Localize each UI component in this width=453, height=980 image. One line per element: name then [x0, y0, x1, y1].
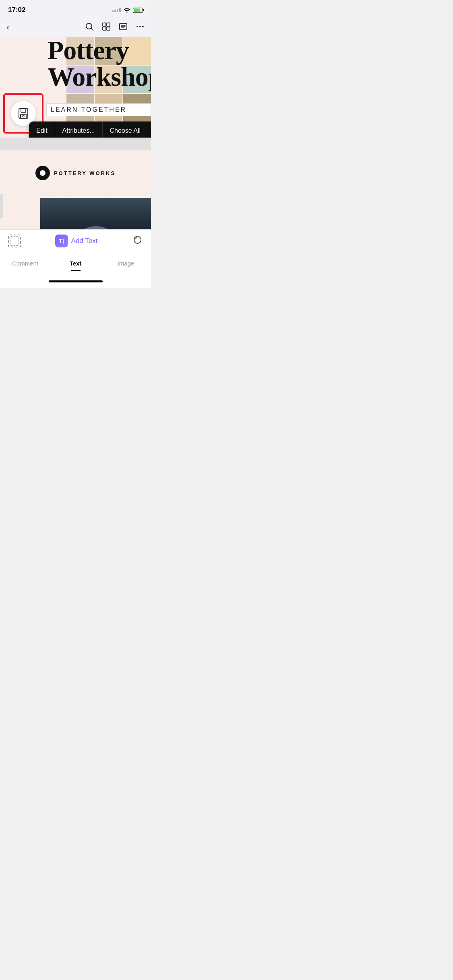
- tab-text-label: Text: [70, 260, 82, 267]
- pottery-works-title: POTTERY WORKS: [54, 170, 116, 176]
- tab-active-indicator: [71, 270, 81, 271]
- context-menu: Edit Attributes... Choose All ▶: [29, 121, 151, 138]
- context-menu-edit[interactable]: Edit: [29, 121, 55, 138]
- bottom-toolbar: T| Add Text Comment Text Image: [0, 229, 151, 288]
- svg-rect-17: [10, 237, 19, 245]
- svg-rect-15: [21, 114, 26, 118]
- home-indicator: [0, 274, 151, 288]
- add-text-button[interactable]: T| Add Text: [55, 235, 98, 247]
- pottery-logo: [35, 166, 50, 180]
- svg-point-16: [23, 115, 24, 117]
- add-text-icon: T|: [55, 235, 68, 247]
- undo-button[interactable]: [132, 234, 143, 248]
- battery-icon: ⚡: [133, 8, 143, 13]
- pottery-logo-inner: [40, 170, 46, 176]
- tab-comment-label: Comment: [12, 260, 38, 267]
- wifi-icon: [123, 7, 130, 14]
- status-time: 17:02: [8, 6, 25, 14]
- tab-text[interactable]: Text: [50, 252, 101, 274]
- signal-icon: [112, 8, 121, 12]
- status-bar: 17:02 ⚡: [0, 0, 151, 18]
- pottery-works-header: POTTERY WORKS: [0, 150, 151, 188]
- tab-bar: Comment Text Image: [0, 252, 151, 274]
- status-icons: ⚡: [112, 7, 143, 14]
- add-text-bar: T| Add Text: [0, 229, 151, 252]
- pottery-workshop-title: Pottery Workshopp: [48, 37, 151, 90]
- learn-together-bar: LEARN TOGETHER: [46, 103, 151, 116]
- more-icon[interactable]: [136, 22, 145, 33]
- svg-rect-2: [103, 23, 106, 26]
- toolbar-left: ‹: [6, 22, 9, 33]
- page-edge-indicator: [0, 194, 3, 218]
- back-button[interactable]: ‹: [6, 22, 9, 33]
- top-toolbar: ‹: [0, 18, 151, 37]
- svg-point-12: [142, 26, 144, 27]
- context-menu-choose-all[interactable]: Choose All: [103, 121, 149, 138]
- add-text-label: Add Text: [71, 237, 98, 245]
- page-divider: [0, 138, 151, 150]
- learn-together-text: LEARN TOGETHER: [51, 106, 126, 113]
- tab-image-label: Image: [118, 260, 134, 267]
- selection-tool-icon[interactable]: [8, 235, 21, 247]
- svg-line-1: [91, 28, 93, 30]
- context-menu-bar: Edit Attributes... Choose All ▶: [29, 121, 151, 138]
- context-menu-attributes[interactable]: Attributes...: [55, 121, 103, 138]
- toolbar-right: [85, 22, 145, 33]
- svg-rect-4: [103, 27, 106, 30]
- grid-icon[interactable]: [102, 22, 111, 33]
- context-menu-more[interactable]: ▶: [148, 121, 151, 138]
- list-icon[interactable]: [119, 22, 128, 33]
- svg-point-10: [137, 26, 138, 27]
- home-indicator-bar: [49, 280, 103, 282]
- search-icon[interactable]: [85, 22, 94, 33]
- svg-rect-5: [107, 27, 110, 30]
- tab-comment[interactable]: Comment: [0, 252, 50, 274]
- svg-rect-14: [21, 109, 26, 112]
- svg-rect-3: [107, 23, 110, 26]
- svg-point-11: [139, 26, 141, 27]
- tab-image[interactable]: Image: [101, 252, 151, 274]
